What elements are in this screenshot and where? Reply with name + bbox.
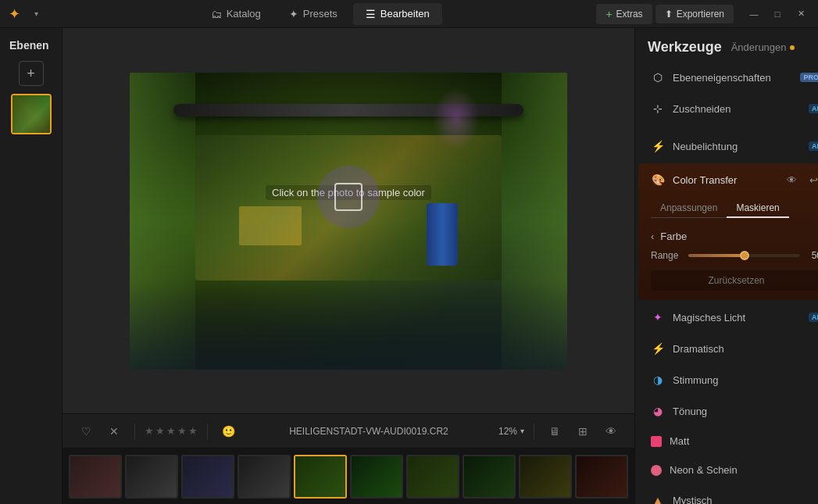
anderungen-label: Änderungen	[731, 41, 795, 53]
film-thumb-1[interactable]	[69, 455, 122, 499]
tool-neon-schein[interactable]: Neon & Schein	[638, 456, 818, 484]
star-3[interactable]: ★	[166, 425, 176, 437]
ct-farbe-row[interactable]: ‹ Farbe	[651, 231, 818, 242]
main-area: Ebenen + Click on the photo to sample co…	[0, 28, 818, 504]
star-4[interactable]: ★	[177, 425, 187, 437]
monitor-icon[interactable]: 🖥	[544, 420, 566, 442]
ct-range-row: Range 50	[651, 250, 818, 261]
film-thumb-5-active[interactable]	[294, 455, 347, 499]
film-thumb-8[interactable]	[463, 455, 516, 499]
ct-reset-button[interactable]: Zurücksetzen	[651, 270, 818, 291]
export-button[interactable]: ⬆ Exportieren	[655, 5, 734, 23]
ct-title: Color Transfer	[673, 174, 775, 186]
dropdown-arrow[interactable]: ▾	[28, 0, 44, 28]
tonung-icon: ◕	[651, 404, 665, 418]
tool-magisches-licht[interactable]: ✦ Magisches Licht AI	[638, 302, 818, 332]
tools-header: Werkzeuge Änderungen	[635, 28, 818, 62]
ct-range-thumb[interactable]	[740, 251, 749, 260]
tab-katalog[interactable]: 🗂 Katalog	[198, 3, 273, 25]
film-thumb-9[interactable]	[519, 455, 572, 499]
magisches-licht-icon: ✦	[651, 310, 665, 324]
neubelichtung-icon: ⚡	[651, 139, 665, 153]
star-2[interactable]: ★	[155, 425, 165, 437]
tool-stimmung[interactable]: ◑ Stimmung	[638, 365, 818, 395]
maximize-button[interactable]: □	[766, 3, 788, 25]
layer-thumb-overlay	[13, 95, 50, 133]
ct-actions: 👁 ↩	[783, 171, 818, 188]
layer-thumbnail[interactable]	[11, 94, 52, 134]
compare-icon[interactable]: ⊞	[572, 420, 594, 442]
tab-bearbeiten[interactable]: ☰ Bearbeiten	[353, 3, 442, 25]
tool-tonung[interactable]: ◕ Tönung	[638, 396, 818, 426]
stimmung-icon: ◑	[651, 373, 665, 387]
minimize-button[interactable]: —	[743, 3, 765, 25]
color-transfer-panel: 🎨 Color Transfer 👁 ↩ Anpassungen Maskier…	[638, 163, 818, 300]
separator-1	[134, 424, 135, 439]
tool-matt[interactable]: Matt	[638, 427, 818, 455]
canvas-area: Click on the photo to sample color ♡ ✕ ★…	[63, 28, 634, 504]
eye-icon[interactable]: 👁	[600, 420, 622, 442]
star-1[interactable]: ★	[145, 425, 154, 437]
tool-neubelichtung[interactable]: ⚡ Neubelichtung AI	[638, 131, 818, 161]
ct-tabs: Anpassungen Maskieren	[638, 196, 818, 224]
ct-visibility-button[interactable]: 👁	[783, 171, 800, 188]
presets-icon: ✦	[289, 8, 298, 20]
star-5[interactable]: ★	[188, 425, 198, 437]
tool-zuschneiden[interactable]: ⊹ Zuschneiden AI	[638, 94, 818, 123]
film-thumb-10[interactable]	[575, 455, 628, 499]
mystisch-icon: ▲	[651, 493, 665, 504]
bottom-toolbar: ♡ ✕ ★ ★ ★ ★ ★ 🙂 HEILIGENSTADT-VW-AUDI001…	[63, 413, 634, 448]
ct-range-slider[interactable]	[688, 254, 800, 257]
canvas-wrapper[interactable]: Click on the photo to sample color	[63, 28, 634, 413]
layers-title: Ebenen	[0, 28, 62, 58]
photo-canvas[interactable]: Click on the photo to sample color	[130, 73, 567, 370]
reject-button[interactable]: ✕	[103, 420, 125, 442]
car-body-bottom	[130, 281, 567, 370]
ct-content: ‹ Farbe Range 50 Zurücksetzen	[638, 224, 818, 300]
titlebar-right: + Extras ⬆ Exportieren — □ ✕	[596, 3, 818, 25]
blue-pipe	[427, 203, 458, 266]
neon-color-circle	[651, 465, 662, 476]
nav-tabs: 🗂 Katalog ✦ Presets ☰ Bearbeiten	[44, 3, 596, 25]
tools-title: Werkzeuge	[648, 39, 722, 55]
ct-tab-maskieren[interactable]: Maskieren	[727, 199, 788, 218]
separator-3	[534, 424, 534, 439]
film-thumb-2[interactable]	[125, 455, 178, 499]
ebenen-icon: ⬡	[651, 70, 665, 84]
ct-tab-anpassungen[interactable]: Anpassungen	[651, 199, 727, 218]
star-rating: ★ ★ ★ ★ ★	[145, 425, 198, 437]
titlebar: ✦ ▾ 🗂 Katalog ✦ Presets ☰ Bearbeiten + E…	[0, 0, 818, 28]
favorite-button[interactable]: ♡	[75, 420, 97, 442]
ct-range-value: 50	[806, 250, 818, 261]
changes-dot	[790, 45, 795, 50]
ct-header[interactable]: 🎨 Color Transfer 👁 ↩	[638, 163, 818, 196]
film-thumb-3[interactable]	[181, 455, 234, 499]
emoji-button[interactable]: 🙂	[217, 420, 239, 442]
close-button[interactable]: ✕	[790, 3, 812, 25]
katalog-icon: 🗂	[211, 8, 222, 20]
zuschneiden-icon: ⊹	[651, 102, 665, 116]
sample-cursor	[317, 166, 380, 228]
ct-reset-history-button[interactable]: ↩	[805, 171, 818, 188]
tool-mystisch[interactable]: ▲ Mystisch	[638, 485, 818, 504]
layers-panel: Ebenen +	[0, 28, 63, 504]
back-arrow-icon: ‹	[651, 231, 654, 242]
tool-dramatisch[interactable]: ⚡ Dramatisch	[638, 334, 818, 363]
film-thumb-6[interactable]	[350, 455, 403, 499]
window-controls: — □ ✕	[743, 3, 812, 25]
zoom-control[interactable]: 12% ▾	[498, 426, 524, 437]
plus-icon: +	[605, 8, 612, 20]
film-thumb-7[interactable]	[406, 455, 459, 499]
tab-presets[interactable]: ✦ Presets	[277, 3, 350, 25]
bearbeiten-icon: ☰	[366, 8, 376, 20]
export-icon: ⬆	[665, 9, 673, 20]
film-thumb-4[interactable]	[238, 455, 291, 499]
tool-ebenen[interactable]: ⬡ Ebeneneigenschaften PRO	[638, 63, 818, 92]
gold-accent	[239, 206, 302, 245]
sample-cursor-inner	[334, 183, 363, 211]
matt-color-swatch	[651, 436, 662, 447]
extras-button[interactable]: + Extras	[596, 4, 652, 24]
add-layer-button[interactable]: +	[19, 61, 44, 86]
ct-farbe-label: Farbe	[660, 231, 687, 242]
app-logo[interactable]: ✦	[0, 0, 28, 28]
